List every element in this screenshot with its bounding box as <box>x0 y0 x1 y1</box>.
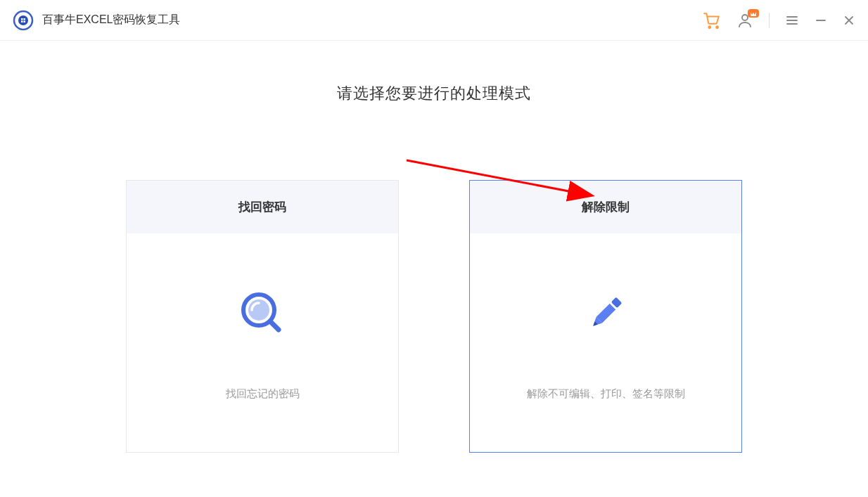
unlock-card-desc: 解除不可编辑、打印、签名等限制 <box>527 387 685 401</box>
recover-card-desc: 找回忘记的密码 <box>226 387 300 401</box>
remove-restriction-card[interactable]: 解除限制 解除不可编辑、打印、签名等限制 <box>469 180 742 453</box>
user-button[interactable] <box>736 12 753 29</box>
svg-point-8 <box>742 15 748 20</box>
minimize-icon <box>815 14 827 27</box>
svg-point-6 <box>708 26 710 28</box>
pencil-icon <box>581 289 630 338</box>
titlebar-left: 百事牛EXCEL密码恢复工具 <box>13 10 180 31</box>
svg-point-7 <box>716 26 718 28</box>
svg-rect-2 <box>21 18 23 20</box>
unlock-card-title: 解除限制 <box>470 181 741 233</box>
menu-button[interactable] <box>785 13 799 27</box>
titlebar: 百事牛EXCEL密码恢复工具 <box>0 0 868 41</box>
svg-line-17 <box>271 322 279 330</box>
magnifier-icon <box>238 289 287 338</box>
main-content: 请选择您要进行的处理模式 找回密码 找回忘记的密码 解除限制 <box>0 41 868 453</box>
recover-card-body: 找回忘记的密码 <box>127 233 398 452</box>
titlebar-right <box>703 11 855 30</box>
vip-badge-icon <box>748 9 759 18</box>
minimize-button[interactable] <box>815 14 827 27</box>
recover-password-card[interactable]: 找回密码 找回忘记的密码 <box>126 180 399 453</box>
recover-card-title: 找回密码 <box>127 181 398 233</box>
app-logo-icon <box>13 10 34 31</box>
unlock-card-body: 解除不可编辑、打印、签名等限制 <box>470 233 741 452</box>
titlebar-divider <box>769 13 770 28</box>
svg-point-1 <box>18 15 28 25</box>
menu-icon <box>785 13 799 27</box>
page-heading: 请选择您要进行的处理模式 <box>0 83 868 104</box>
close-icon <box>843 14 855 27</box>
app-title: 百事牛EXCEL密码恢复工具 <box>42 13 180 27</box>
cart-button[interactable] <box>703 11 721 30</box>
close-button[interactable] <box>843 14 855 27</box>
svg-rect-5 <box>24 20 26 22</box>
mode-cards: 找回密码 找回忘记的密码 解除限制 <box>0 180 868 453</box>
svg-rect-3 <box>24 18 26 20</box>
svg-rect-4 <box>21 20 23 22</box>
cart-icon <box>703 11 721 30</box>
